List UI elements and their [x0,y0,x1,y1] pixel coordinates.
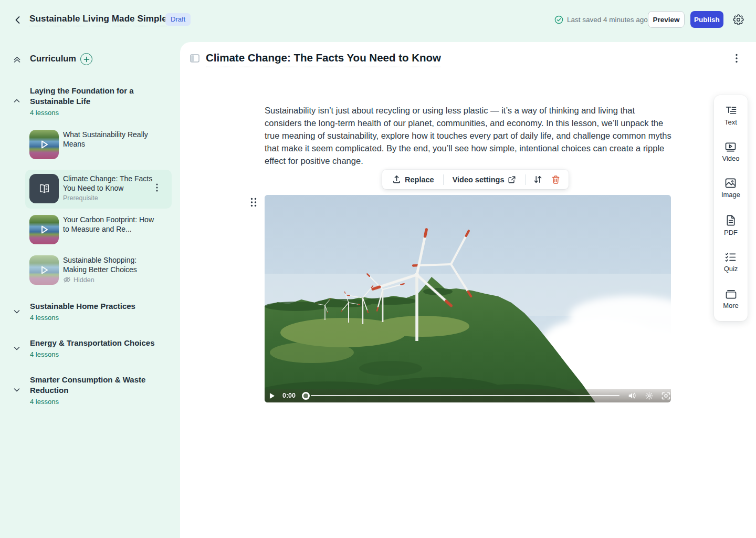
insert-image-button[interactable]: Image [721,178,740,199]
last-saved-status: Last saved 4 minutes ago [554,15,648,24]
status-badge: Draft [165,13,191,26]
play-icon [38,264,50,276]
fullscreen-icon[interactable] [662,392,670,400]
section-4-chevron-down-icon[interactable] [13,386,21,394]
more-blocks-button[interactable]: More [723,289,739,309]
lesson-title: Climate Change: The Facts You Need to Kn… [63,174,155,193]
video-player[interactable]: 0:00 [265,195,671,402]
lesson-item-what-sustainability[interactable]: What Sustainability Really Means [25,126,172,163]
insert-pdf-button[interactable]: PDF [724,215,738,236]
curriculum-header: Curriculum [0,53,180,67]
insert-block-toolbar: Text Video Image PDF Quiz More [714,95,748,321]
publish-button[interactable]: Publish [690,11,723,28]
video-settings-gear-icon[interactable] [645,392,653,400]
panel-toggle-icon[interactable] [190,54,200,63]
settings-gear-icon[interactable] [733,14,744,25]
move-block-icon[interactable] [530,172,545,187]
insert-quiz-button[interactable]: Quiz [724,252,738,273]
lesson-item-sustainable-shopping[interactable]: Sustainable Shopping: Making Better Choi… [25,251,172,290]
upload-icon [392,175,401,184]
toolbar-divider [443,174,444,185]
video-block-toolbar: Replace Video settings [382,170,569,189]
play-icon [38,224,50,235]
last-saved-text: Last saved 4 minutes ago [567,16,648,24]
section-lesson-count: 4 lessons [30,350,59,358]
prerequisite-badge: Prerequisite [63,194,98,202]
lesson-title: Sustainable Shopping: Making Better Choi… [63,255,155,274]
course-title[interactable]: Sustainable Living Made Simple [29,14,167,26]
lesson-options-kebab-icon[interactable] [736,54,743,63]
section-lesson-count: 4 lessons [30,314,59,322]
back-icon[interactable] [13,15,23,25]
hidden-badge: Hidden [63,276,94,284]
delete-block-icon[interactable] [548,172,563,187]
section-title[interactable]: Sustainable Home Practices [30,301,156,312]
video-play-icon[interactable] [269,392,275,399]
section-lesson-count: 4 lessons [30,109,59,117]
app-header: Sustainable Living Made Simple Draft Las… [0,0,756,42]
toolbar-divider [525,174,526,185]
more-icon [726,289,737,299]
lesson-item-climate-change[interactable]: Climate Change: The Facts You Need to Kn… [25,170,172,209]
section-title[interactable]: Laying the Foundation for a Sustainable … [30,86,156,107]
section-3-chevron-down-icon[interactable] [13,344,21,353]
quiz-icon [725,252,736,262]
lesson-kebab-icon[interactable] [156,183,163,192]
replace-button[interactable]: Replace [387,172,439,187]
video-icon [725,142,736,152]
section-title[interactable]: Energy & Transportation Choices [30,338,156,348]
lesson-editor-panel: Climate Change: The Facts You Need to Kn… [180,42,756,538]
section-title[interactable]: Smarter Consumption & Waste Reduction [30,375,156,396]
curriculum-title: Curriculum [30,54,76,64]
video-scrubber-handle[interactable] [302,392,310,400]
lesson-intro-paragraph[interactable]: Sustainability isn’t just about recyclin… [265,104,671,167]
text-icon [726,106,737,116]
video-thumbnail [29,255,59,285]
play-icon [38,139,50,150]
lesson-page-title[interactable]: Climate Change: The Facts You Need to Kn… [206,51,441,67]
lesson-title: Your Carbon Footprint: How to Measure an… [63,215,155,234]
lesson-title: What Sustainability Really Means [63,130,155,149]
section-2-chevron-down-icon[interactable] [13,307,21,316]
saved-check-icon [554,15,563,24]
image-icon [725,178,736,188]
curriculum-sidebar: Curriculum Laying the Foundation for a S… [0,42,180,538]
video-progress-track[interactable] [311,395,620,397]
video-settings-button[interactable]: Video settings [448,172,521,187]
add-section-button[interactable] [80,53,92,65]
preview-button[interactable]: Preview [648,11,685,28]
pdf-icon [726,215,736,226]
section-1-chevron-up-icon[interactable] [13,97,21,105]
volume-icon[interactable] [628,392,637,399]
insert-text-button[interactable]: Text [724,106,737,126]
video-current-time: 0:00 [282,392,296,399]
video-frame-wind-turbines [265,195,671,402]
eye-off-icon [63,276,71,284]
lesson-item-carbon-footprint[interactable]: Your Carbon Footprint: How to Measure an… [25,211,172,251]
block-drag-handle-icon[interactable] [250,198,257,207]
video-control-bar: 0:00 [265,389,671,402]
section-lesson-count: 4 lessons [30,398,59,406]
insert-video-button[interactable]: Video [722,142,739,162]
video-thumbnail [29,130,59,159]
collapse-all-icon[interactable] [13,55,22,64]
video-thumbnail [29,215,59,244]
reading-thumbnail [29,174,59,203]
external-link-icon [508,175,516,184]
